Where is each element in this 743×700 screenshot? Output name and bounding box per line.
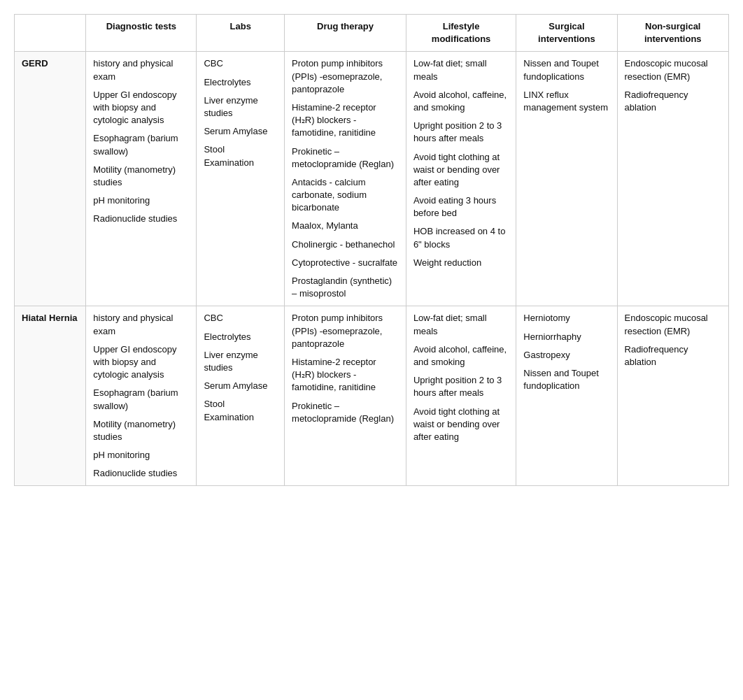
- list-item: history and physical exam: [93, 312, 189, 337]
- list-item: Avoid eating 3 hours before bed: [413, 194, 509, 220]
- table-row: Hiatal Herniahistory and physical examUp…: [15, 306, 729, 486]
- list-item: Herniorrhaphy: [523, 331, 609, 343]
- list-item: pH monitoring: [93, 449, 189, 462]
- list-item: Avoid alcohol, caffeine, and smoking: [413, 89, 509, 114]
- list-item: Stool Examination: [204, 398, 277, 423]
- list-item: Nissen and Toupet fundoplications: [523, 57, 609, 83]
- table-row: GERDhistory and physical examUpper GI en…: [15, 52, 729, 306]
- list-item: Endoscopic mucosal resection (EMR): [625, 57, 721, 83]
- cell-drug: Proton pump inhibitors (PPIs) -esomepraz…: [285, 306, 406, 486]
- list-item: Antacids - calcium carbonate, sodium bic…: [292, 176, 399, 215]
- cell-nonsurgical: Endoscopic mucosal resection (EMR)Radiof…: [617, 306, 728, 486]
- cell-diagnostic: history and physical examUpper GI endosc…: [86, 52, 197, 306]
- list-item: Radiofrequency ablation: [625, 89, 721, 114]
- list-item: Cytoprotective - sucralfate: [292, 257, 399, 269]
- cell-labs: CBCElectrolytesLiver enzyme studiesSerum…: [197, 306, 285, 486]
- medical-reference-table: Diagnostic tests Labs Drug therapy Lifes…: [14, 14, 729, 486]
- list-item: Upright position 2 to 3 hours after meal…: [413, 120, 509, 145]
- cell-labs: CBCElectrolytesLiver enzyme studiesSerum…: [197, 52, 285, 306]
- cell-diagnostic: history and physical examUpper GI endosc…: [86, 306, 197, 486]
- list-item: Serum Amylase: [204, 380, 277, 392]
- cell-lifestyle: Low-fat diet; small mealsAvoid alcohol, …: [406, 306, 516, 486]
- list-item: Proton pump inhibitors (PPIs) -esomepraz…: [292, 57, 399, 96]
- list-item: Stool Examination: [204, 143, 277, 169]
- header-condition: [15, 15, 86, 52]
- list-item: pH monitoring: [93, 194, 189, 207]
- list-item: Upper GI endoscopy with biopsy and cytol…: [93, 343, 189, 382]
- list-item: Low-fat diet; small meals: [413, 312, 509, 337]
- list-item: Herniotomy: [523, 312, 609, 324]
- list-item: Maalox, Mylanta: [292, 220, 399, 232]
- list-item: Serum Amylase: [204, 125, 277, 138]
- main-table-container: Diagnostic tests Labs Drug therapy Lifes…: [14, 14, 729, 486]
- list-item: Prokinetic – metoclopramide (Reglan): [292, 145, 399, 171]
- list-item: Low-fat diet; small meals: [413, 57, 509, 83]
- list-item: Liver enzyme studies: [204, 349, 277, 374]
- list-item: CBC: [204, 312, 277, 324]
- cell-surgical: Nissen and Toupet fundoplicationsLINX re…: [516, 52, 617, 306]
- cell-surgical: HerniotomyHerniorrhaphyGastropexyNissen …: [516, 306, 617, 486]
- list-item: Endoscopic mucosal resection (EMR): [625, 312, 721, 337]
- list-item: Avoid tight clothing at waist or bending…: [413, 406, 509, 444]
- list-item: Radiofrequency ablation: [625, 343, 721, 369]
- list-item: LINX reflux management system: [523, 89, 609, 114]
- list-item: Esophagram (barium swallow): [93, 132, 189, 157]
- list-item: Cholinergic - bethanechol: [292, 238, 399, 251]
- cell-drug: Proton pump inhibitors (PPIs) -esomepraz…: [285, 52, 406, 306]
- header-diagnostic: Diagnostic tests: [86, 15, 197, 52]
- list-item: Proton pump inhibitors (PPIs) -esomepraz…: [292, 312, 399, 350]
- list-item: Avoid alcohol, caffeine, and smoking: [413, 343, 509, 369]
- list-item: Prokinetic – metoclopramide (Reglan): [292, 400, 399, 425]
- list-item: Prostaglandin (synthetic) – misoprostol: [292, 275, 399, 300]
- list-item: Weight reduction: [413, 257, 509, 269]
- list-item: Nissen and Toupet fundoplication: [523, 367, 609, 392]
- list-item: Histamine-2 receptor (H₂R) blockers - fa…: [292, 101, 399, 140]
- header-lifestyle: Lifestyle modifications: [406, 15, 516, 52]
- cell-condition: GERD: [15, 52, 86, 306]
- list-item: Histamine-2 receptor (H₂R) blockers - fa…: [292, 356, 399, 394]
- list-item: Electrolytes: [204, 331, 277, 343]
- list-item: Electrolytes: [204, 76, 277, 89]
- header-surgical: Surgical interventions: [516, 15, 617, 52]
- header-drug: Drug therapy: [285, 15, 406, 52]
- header-labs: Labs: [197, 15, 285, 52]
- list-item: HOB increased on 4 to 6" blocks: [413, 225, 509, 250]
- list-item: Upper GI endoscopy with biopsy and cytol…: [93, 89, 189, 127]
- list-item: Avoid tight clothing at waist or bending…: [413, 151, 509, 190]
- list-item: Esophagram (barium swallow): [93, 387, 189, 412]
- list-item: Upright position 2 to 3 hours after meal…: [413, 374, 509, 399]
- list-item: Motility (manometry) studies: [93, 418, 189, 443]
- list-item: Radionuclide studies: [93, 213, 189, 225]
- cell-nonsurgical: Endoscopic mucosal resection (EMR)Radiof…: [617, 52, 728, 306]
- list-item: history and physical exam: [93, 57, 189, 83]
- list-item: Radionuclide studies: [93, 467, 189, 480]
- list-item: Motility (manometry) studies: [93, 164, 189, 189]
- list-item: Liver enzyme studies: [204, 94, 277, 120]
- list-item: Gastropexy: [523, 349, 609, 362]
- cell-condition: Hiatal Hernia: [15, 306, 86, 486]
- cell-lifestyle: Low-fat diet; small mealsAvoid alcohol, …: [406, 52, 516, 306]
- header-nonsurgical: Non-surgical interventions: [617, 15, 728, 52]
- list-item: CBC: [204, 57, 277, 70]
